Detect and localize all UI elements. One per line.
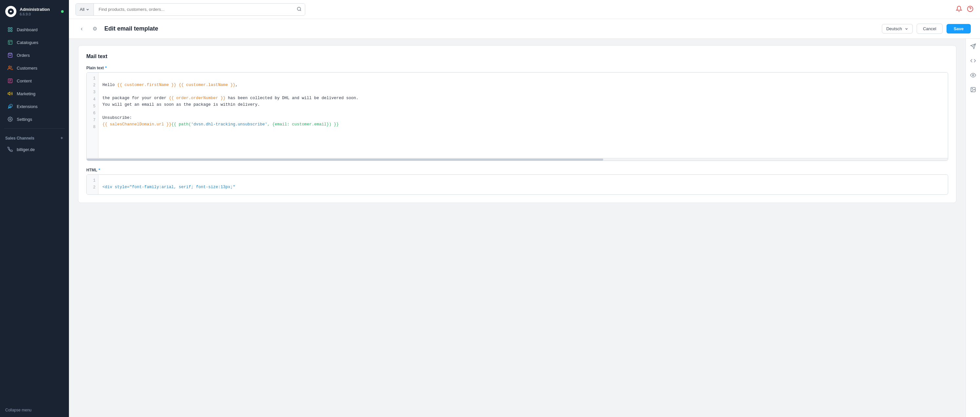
html-field: HTML * 1 2 <div style="font-family:arial… [86, 167, 948, 195]
svg-rect-2 [11, 27, 12, 29]
svg-point-18 [298, 7, 301, 10]
help-icon[interactable] [967, 6, 974, 13]
sidebar-item-dashboard[interactable]: Dashboard [2, 23, 67, 36]
settings-button[interactable]: ⚙ [90, 24, 100, 33]
mail-text-card: Mail text Plain text * 1 2 3 4 [78, 45, 956, 203]
search-wrapper: All [75, 3, 305, 16]
search-filter-dropdown[interactable]: All [76, 3, 94, 16]
sidebar-item-customers[interactable]: Customers [2, 62, 67, 74]
language-select[interactable]: Deutsch [882, 24, 913, 33]
svg-point-26 [972, 88, 972, 89]
template-var: {{ customer.lastName }} [179, 83, 235, 88]
main-area: All ‹ ⚙ Edit email template Deutsch [69, 0, 980, 417]
right-icon-panel [966, 39, 980, 417]
html-content[interactable]: <div style="font-family:arial, serif; fo… [99, 175, 948, 194]
back-button[interactable]: ‹ [78, 24, 85, 33]
page-header: ‹ ⚙ Edit email template Deutsch Cancel S… [69, 19, 980, 39]
add-sales-channel-button[interactable]: ＋ [60, 135, 64, 141]
template-var: {{ salesChannelDomain.url }} [102, 122, 171, 127]
search-icon [297, 6, 302, 11]
plain-text-label: Plain text * [86, 65, 948, 70]
horizontal-scrollbar[interactable] [87, 158, 948, 161]
sidebar-item-catalogues[interactable]: Catalogues [2, 36, 67, 49]
sidebar: Administration 6.6.9.0 Dashboard Catalog… [0, 0, 69, 417]
online-indicator [61, 10, 64, 13]
save-button[interactable]: Save [947, 24, 971, 33]
sidebar-item-label: Orders [17, 53, 30, 58]
sales-channels-header: Sales Channels ＋ [0, 131, 69, 143]
content-icon [7, 78, 13, 84]
plain-text-editor[interactable]: 1 2 3 4 5 6 7 8 Hello {{ customer.firstN… [86, 72, 948, 161]
topbar: All [69, 0, 980, 19]
card-title: Mail text [86, 54, 948, 59]
html-editor[interactable]: 1 2 <div style="font-family:arial, serif… [86, 174, 948, 195]
template-str: 'dvsn.dhl-tracking.unsubscribe' [191, 122, 267, 127]
dashboard-icon [7, 27, 13, 32]
svg-point-17 [10, 119, 11, 120]
sidebar-item-label: billiger.de [17, 147, 35, 152]
sidebar-item-extensions[interactable]: Extensions [2, 100, 67, 113]
sidebar-item-label: Settings [17, 117, 32, 122]
sidebar-item-label: Dashboard [17, 27, 38, 32]
sidebar-item-marketing[interactable]: Marketing [2, 88, 67, 100]
sidebar-item-label: Customers [17, 66, 37, 71]
sidebar-item-content[interactable]: Content [2, 75, 67, 87]
sales-channel-icon [7, 146, 13, 152]
svg-point-9 [8, 66, 10, 68]
sidebar-item-label: Content [17, 78, 32, 83]
sidebar-item-label: Extensions [17, 104, 38, 109]
topbar-actions [956, 6, 974, 13]
catalogues-icon [7, 40, 13, 45]
editor-panel: Mail text Plain text * 1 2 3 4 [69, 39, 966, 417]
required-star: * [99, 167, 100, 172]
html-tag: <div style="font-family:arial, serif; fo… [102, 185, 235, 189]
content-area: Mail text Plain text * 1 2 3 4 [69, 39, 980, 417]
app-name: Administration [20, 7, 50, 12]
plain-text-field: Plain text * 1 2 3 4 5 6 7 [86, 65, 948, 161]
svg-rect-4 [11, 30, 12, 32]
sidebar-item-label: Marketing [17, 91, 35, 96]
sidebar-item-billiger[interactable]: billiger.de [2, 143, 67, 156]
svg-marker-14 [8, 92, 10, 95]
orders-icon [7, 52, 13, 58]
line-numbers: 1 2 [87, 175, 99, 194]
sidebar-item-settings[interactable]: Settings [2, 113, 67, 126]
main-nav: Dashboard Catalogues Orders Customers Co… [0, 23, 69, 126]
svg-rect-3 [8, 30, 10, 32]
template-fn: {{ path('dvsn.dhl-tracking.unsubscribe',… [171, 122, 339, 127]
marketing-icon [7, 91, 13, 97]
sidebar-header: Administration 6.6.9.0 [0, 0, 69, 23]
cancel-button[interactable]: Cancel [917, 24, 942, 34]
app-version: 6.6.9.0 [20, 12, 50, 16]
search-button[interactable] [293, 3, 305, 16]
chevron-down-icon [905, 27, 908, 31]
html-label: HTML * [86, 167, 948, 172]
svg-line-19 [300, 10, 301, 11]
collapse-menu-button[interactable]: Collapse menu [0, 404, 69, 417]
settings-icon [7, 116, 13, 122]
sidebar-item-orders[interactable]: Orders [2, 49, 67, 61]
template-var: {{ customer.firstName }} [117, 83, 176, 88]
notifications-icon[interactable] [956, 6, 962, 13]
image-icon[interactable] [970, 87, 976, 94]
header-actions: Deutsch Cancel Save [882, 24, 971, 34]
svg-rect-5 [8, 40, 12, 45]
template-var: {{ order.orderNumber }} [169, 96, 226, 100]
app-logo [5, 6, 16, 17]
required-star: * [105, 65, 107, 70]
page-title: Edit email template [104, 25, 158, 32]
chevron-down-icon [86, 8, 90, 11]
svg-rect-1 [8, 27, 10, 29]
eye-icon[interactable] [970, 72, 976, 80]
send-icon[interactable] [970, 43, 976, 51]
customers-icon [7, 65, 13, 71]
code-icon[interactable] [970, 58, 976, 65]
sidebar-item-label: Catalogues [17, 40, 38, 45]
plain-text-content[interactable]: Hello {{ customer.firstName }} {{ custom… [99, 73, 948, 158]
nav-divider [4, 128, 65, 129]
line-numbers: 1 2 3 4 5 6 7 8 [87, 73, 99, 158]
extensions-icon [7, 103, 13, 109]
svg-point-24 [972, 75, 974, 76]
search-input[interactable] [94, 3, 293, 16]
scrollbar-thumb [87, 159, 603, 161]
